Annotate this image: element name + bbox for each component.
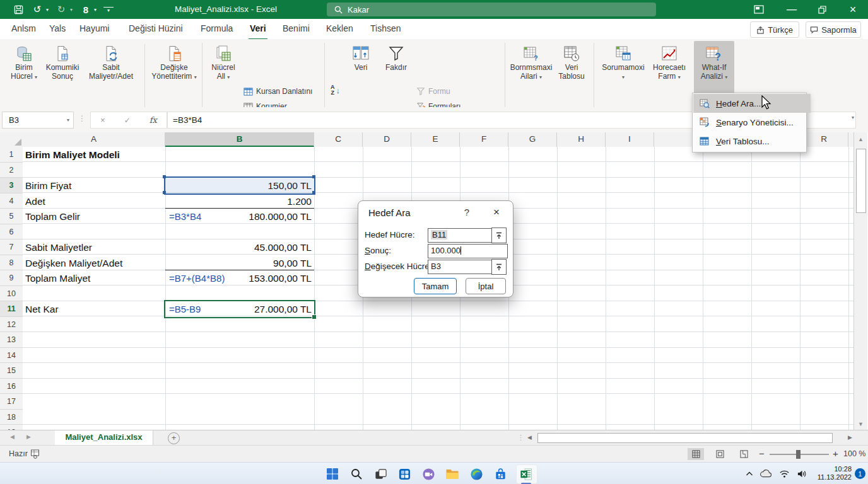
row-header[interactable]: 4	[0, 193, 23, 209]
page-layout-view-button[interactable]	[712, 448, 728, 460]
column-header[interactable]: H	[557, 132, 606, 147]
row-header[interactable]: 10	[0, 286, 23, 302]
sheet-tab-active[interactable]: Maliyet_Analizi.xlsx	[55, 430, 153, 446]
row-header[interactable]: 7	[0, 239, 23, 255]
sheet-nav-right-button[interactable]: ▶	[26, 434, 31, 440]
tab-veri[interactable]: Veri	[249, 19, 267, 40]
dialog-close-button[interactable]: ×	[490, 206, 503, 219]
redo-button[interactable]: ↻	[54, 0, 68, 19]
by-cell-picker-button[interactable]	[491, 259, 507, 275]
select-all-button[interactable]	[0, 132, 23, 147]
horizontal-scrollbar[interactable]: ◀ ▶	[527, 433, 858, 443]
cell-a8[interactable]: Değişken Maliyet/Adet	[25, 255, 164, 271]
tab-formula[interactable]: Formula	[199, 19, 234, 38]
page-break-view-button[interactable]	[736, 448, 752, 460]
cancel-button[interactable]: İptal	[466, 278, 506, 294]
name-box[interactable]: B3 ▾	[2, 112, 74, 129]
tab-tishsen[interactable]: Tishsen	[369, 19, 402, 38]
row-header[interactable]: 5	[0, 209, 23, 224]
cell-b7[interactable]: 45.000,00 TL	[165, 239, 314, 255]
notification-badge[interactable]: 1	[855, 468, 865, 479]
tab-splitter-handle[interactable]: ⋮	[517, 434, 524, 442]
scroll-up-button[interactable]: ▲	[854, 136, 867, 142]
onedrive-tray-button[interactable]	[757, 463, 773, 484]
normal-view-button[interactable]	[688, 448, 704, 460]
sort-az-button[interactable]: AZ↓	[331, 84, 340, 96]
row-header[interactable]: 13	[0, 332, 23, 348]
row-header[interactable]: 9	[0, 270, 23, 286]
column-header[interactable]: E	[411, 132, 460, 147]
scroll-down-button[interactable]: ▼	[854, 421, 867, 427]
by-cell-input[interactable]: B3	[428, 260, 492, 274]
zoom-slider-thumb[interactable]	[796, 450, 801, 459]
cell-a1[interactable]: Birim Maliyet Modeli	[25, 147, 164, 163]
tab-benimi[interactable]: Benimi	[281, 19, 311, 38]
vertical-scrollbar[interactable]: ▲ ▼	[853, 132, 867, 430]
wifi-tray-button[interactable]	[776, 463, 792, 484]
undo-dropdown[interactable]: ▾	[44, 0, 50, 19]
zoom-in-button[interactable]: +	[833, 448, 838, 459]
confirm-entry-button[interactable]: ✓	[124, 116, 131, 125]
scroll-right-button[interactable]: ▶	[848, 434, 852, 441]
column-header[interactable]: C	[314, 132, 363, 147]
set-cell-picker-button[interactable]	[491, 228, 507, 243]
kursan-danlatini-button[interactable]: Kursan Danlatını	[243, 84, 312, 98]
new-sheet-button[interactable]: +	[168, 432, 180, 444]
undo-button[interactable]: ↺	[30, 0, 44, 19]
minimize-button[interactable]: —	[778, 0, 806, 19]
cell-a4[interactable]: Adet	[25, 193, 164, 209]
tray-show-hidden-button[interactable]	[742, 463, 757, 484]
quick-access-tool-button[interactable]: 8	[79, 0, 92, 19]
tab-degisti-huzini[interactable]: Değisti Hüzini	[127, 19, 184, 38]
column-header[interactable]: F	[460, 132, 508, 147]
file-explorer-button[interactable]	[443, 466, 462, 482]
edge-button[interactable]	[467, 466, 486, 482]
selection-handle[interactable]	[163, 191, 166, 194]
selection-handle[interactable]	[163, 175, 166, 178]
row-header[interactable]: 16	[0, 379, 23, 395]
search-box[interactable]: Kakar	[327, 3, 656, 16]
cell-b8[interactable]: 90,00 TL	[165, 255, 314, 271]
cell-b4[interactable]: 1.200	[165, 193, 314, 209]
cell-b9[interactable]: 153.000,00 TL	[165, 270, 314, 286]
row-header[interactable]: 12	[0, 317, 23, 333]
vertical-scroll-thumb[interactable]	[856, 149, 866, 213]
zoom-out-button[interactable]: −	[759, 448, 765, 459]
cell-a5[interactable]: Toplam Gelir	[25, 209, 164, 224]
row-header[interactable]: 3	[0, 178, 23, 193]
selection-handle[interactable]	[312, 175, 315, 178]
set-cell-input[interactable]: B11	[428, 228, 492, 243]
column-header[interactable]: G	[508, 132, 557, 147]
cell-a11[interactable]: Net Kar	[25, 301, 164, 317]
menu-item-senaryo-yoneticisi[interactable]: Senaryo Yöneticisi...	[693, 113, 811, 132]
ribbon-display-options-button[interactable]	[745, 0, 773, 19]
taskbar-search-button[interactable]	[347, 466, 366, 482]
menu-item-veri-tablosu[interactable]: Veri Tablosu...	[693, 132, 811, 151]
widgets-button[interactable]	[395, 466, 414, 482]
close-button[interactable]: ×	[839, 0, 867, 19]
restore-button[interactable]	[808, 0, 836, 19]
chat-button[interactable]	[419, 466, 438, 482]
zoom-level[interactable]: 100 %	[843, 449, 865, 458]
macro-record-button[interactable]	[30, 449, 40, 459]
selection-handle[interactable]	[312, 191, 315, 194]
customize-qat-button[interactable]: ▾	[103, 7, 114, 13]
menu-item-hedef-ara[interactable]: Hedef Ara...	[693, 94, 811, 113]
cell-b5[interactable]: 180.000,00 TL	[165, 209, 314, 224]
start-button[interactable]	[323, 466, 342, 482]
row-header[interactable]: 11	[0, 301, 23, 317]
fill-handle[interactable]	[312, 314, 317, 320]
column-header[interactable]: B	[165, 132, 314, 147]
column-header[interactable]: I	[606, 132, 654, 147]
row-header[interactable]: 1	[0, 147, 23, 163]
row-header[interactable]: 15	[0, 363, 23, 379]
excel-taskbar-button[interactable]	[517, 466, 536, 482]
task-view-button[interactable]	[371, 466, 390, 482]
tab-keklen[interactable]: Keklen	[325, 19, 355, 38]
row-header[interactable]: 19	[0, 425, 23, 430]
scroll-left-button[interactable]: ◀	[527, 434, 532, 441]
save-button[interactable]	[10, 0, 26, 19]
insert-function-button[interactable]: fx	[150, 115, 157, 125]
expand-formula-bar-button[interactable]: ▾	[852, 115, 854, 120]
row-header[interactable]: 18	[0, 410, 23, 425]
